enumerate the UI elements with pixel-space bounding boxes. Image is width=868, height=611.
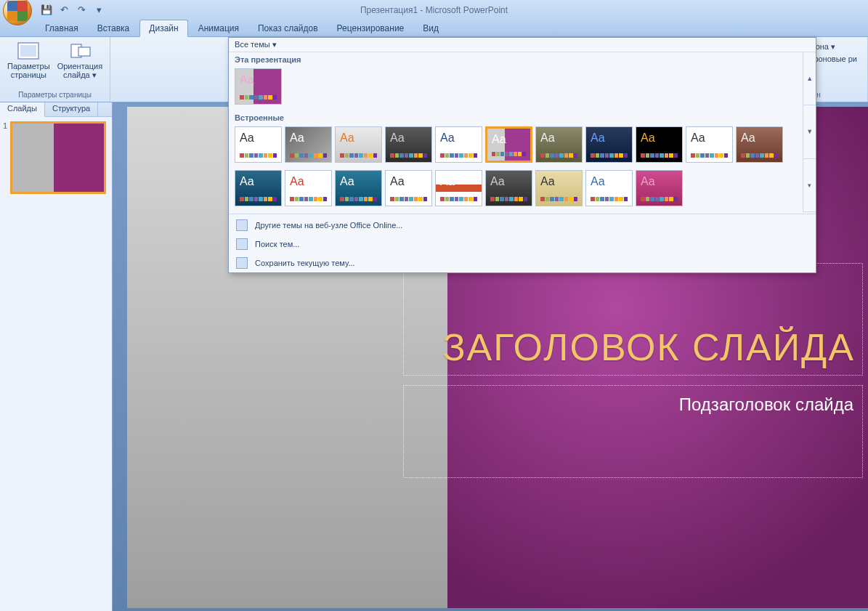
swatch-preview-text: Aa [591, 175, 605, 188]
more-themes-online-label: Другие темы на веб-узле Office Online... [255, 221, 402, 230]
theme-swatch[interactable]: Aa [435, 126, 482, 163]
tab-insert[interactable]: Вставка [89, 20, 139, 36]
theme-swatch[interactable]: Aa [485, 126, 532, 163]
group-page-setup: Параметрыстраницы Ориентацияслайда ▾ Пар… [0, 37, 110, 102]
save-theme-icon [236, 257, 248, 269]
browse-themes-label: Поиск тем... [255, 240, 299, 248]
tab-slideshow[interactable]: Показ слайдов [249, 20, 327, 36]
theme-swatch[interactable]: Aa [535, 170, 583, 206]
swatch-color-bar [741, 153, 778, 158]
theme-swatch[interactable]: Aa [485, 170, 532, 206]
swatch-preview-text: Aa [540, 131, 555, 145]
swatch-preview-text: Aa [240, 131, 254, 145]
gallery-down-arrow[interactable]: ▼ [803, 105, 816, 158]
swatch-preview-text: Aa [641, 175, 655, 188]
side-tab-slides[interactable]: Слайды [0, 102, 45, 117]
side-tab-outline[interactable]: Структура [45, 102, 98, 116]
swatch-color-bar [240, 95, 277, 100]
swatch-color-bar [591, 153, 628, 158]
title-bar: 💾 ↶ ↷ ▾ Презентация1 - Microsoft PowerPo… [0, 0, 868, 20]
group-page-setup-label: Параметры страницы [4, 89, 105, 100]
save-current-theme[interactable]: Сохранить текущую тему... [229, 254, 816, 272]
swatch-preview-text: Aa [390, 175, 405, 188]
swatch-color-bar [591, 197, 628, 201]
slide-title-text: ЗАГОЛОВОК СЛАЙДА [442, 328, 855, 368]
tab-review[interactable]: Рецензирование [328, 20, 413, 36]
swatch-color-bar [340, 153, 377, 158]
folder-icon [236, 238, 248, 250]
redo-button[interactable]: ↷ [74, 3, 89, 17]
swatch-preview-text: Aa [340, 131, 354, 145]
theme-swatch[interactable]: Aa [235, 126, 282, 163]
theme-swatch[interactable]: Aa [285, 170, 332, 206]
page-setup-label-2: страницы [11, 70, 46, 79]
theme-swatch[interactable]: Aa [435, 170, 482, 206]
swatch-color-bar [492, 152, 526, 156]
browse-themes[interactable]: Поиск тем... [229, 235, 816, 254]
swatch-color-bar [240, 197, 277, 201]
slide-subtitle-text: Подзаголовок слайда [413, 394, 853, 415]
swatch-preview-text: Aa [240, 175, 254, 188]
page-setup-icon [17, 41, 40, 60]
tab-view[interactable]: Вид [414, 20, 447, 36]
swatch-preview-text: Aa [290, 175, 304, 188]
theme-swatch[interactable]: Aa [535, 126, 583, 163]
theme-swatch[interactable]: Aa [385, 170, 432, 206]
theme-swatch[interactable]: Aa [736, 126, 783, 163]
group-themes: Все темы ▾ Эта презентация Aa Встроенные… [110, 37, 682, 102]
subtitle-placeholder[interactable]: Подзаголовок слайда [403, 385, 863, 478]
page-setup-label-1: Параметры [7, 62, 50, 70]
theme-swatch[interactable]: Aa [585, 170, 633, 206]
theme-swatch[interactable]: Aa [335, 170, 382, 206]
swatch-preview-text: Aa [440, 131, 455, 145]
slide-thumbnail-1[interactable] [10, 121, 106, 194]
save-button[interactable]: 💾 [39, 3, 54, 17]
undo-button[interactable]: ↶ [57, 3, 71, 17]
svg-rect-3 [78, 47, 90, 56]
all-themes-header[interactable]: Все темы ▾ [229, 38, 816, 52]
qat-customize[interactable]: ▾ [92, 3, 106, 17]
gallery-expand[interactable]: ▾ [803, 159, 816, 212]
gallery-scroll: ▲ ▼ ▾ [803, 52, 816, 212]
swatch-preview-text: Aa [741, 131, 755, 145]
swatch-color-bar [641, 153, 678, 158]
swatch-color-bar [240, 153, 277, 158]
swatch-color-bar [290, 153, 327, 158]
swatch-color-bar [691, 153, 728, 158]
theme-swatch[interactable]: Aa [686, 126, 733, 163]
swatch-color-bar [440, 197, 477, 201]
swatch-color-bar [440, 153, 477, 158]
gallery-up-arrow[interactable]: ▲ [803, 52, 816, 105]
theme-swatch[interactable]: Aa [636, 170, 683, 206]
more-themes-online[interactable]: Другие темы на веб-узле Office Online... [229, 216, 816, 235]
swatch-preview-text: Aa [492, 133, 506, 146]
globe-icon [236, 219, 248, 231]
theme-swatch[interactable]: Aa [385, 126, 432, 163]
side-tabs: Слайды Структура [0, 102, 112, 117]
theme-swatch[interactable]: Aa [235, 68, 282, 105]
theme-swatch[interactable]: Aa [636, 126, 683, 163]
swatch-color-bar [390, 153, 427, 158]
swatch-color-bar [290, 197, 327, 201]
theme-swatch[interactable]: Aa [585, 126, 633, 163]
section-builtin: Встроенные [229, 110, 801, 125]
slide-orientation-button[interactable]: Ориентацияслайда ▾ [54, 40, 105, 81]
themes-gallery-dropdown: Все темы ▾ Эта презентация Aa Встроенные… [228, 37, 816, 273]
swatch-preview-text: Aa [490, 175, 505, 188]
tab-home[interactable]: Главная [36, 20, 87, 36]
window-title: Презентация1 - Microsoft PowerPoint [360, 5, 508, 15]
theme-swatch[interactable]: Aa [235, 170, 282, 206]
page-setup-button[interactable]: Параметрыстраницы [4, 40, 53, 81]
theme-swatch[interactable]: Aa [335, 126, 382, 163]
orientation-icon [68, 41, 92, 60]
title-placeholder[interactable]: ЗАГОЛОВОК СЛАЙДА [403, 263, 863, 376]
tab-animation[interactable]: Анимация [190, 20, 248, 36]
swatch-color-bar [390, 197, 427, 201]
theme-swatch[interactable]: Aa [285, 126, 332, 163]
tab-design[interactable]: Дизайн [139, 20, 187, 37]
ribbon: Параметрыстраницы Ориентацияслайда ▾ Пар… [0, 37, 868, 102]
slides-outline-panel: Слайды Структура 1 [0, 102, 113, 611]
thumb-number: 1 [3, 121, 7, 194]
orientation-label-1: Ориентация [57, 62, 102, 70]
swatch-color-bar [540, 153, 577, 158]
